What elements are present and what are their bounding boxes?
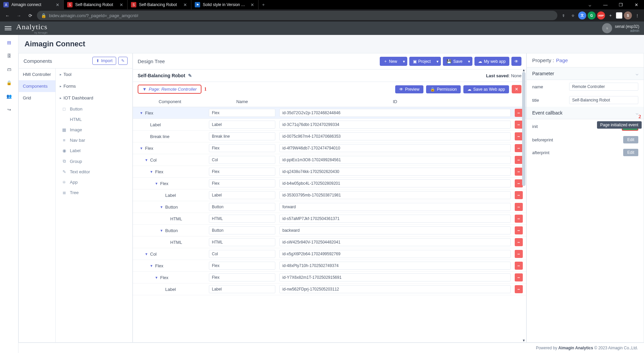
tree-name-input[interactable] — [209, 238, 275, 246]
close-window-button[interactable]: ✕ — [629, 0, 644, 9]
tree-row[interactable]: ▼ Flex − — [133, 260, 526, 272]
tree-id-input[interactable] — [279, 191, 511, 199]
tree-id-input[interactable] — [279, 121, 511, 129]
tree-id-input[interactable] — [279, 156, 511, 164]
import-button[interactable]: ⬆Import — [92, 57, 116, 65]
tree-name-input[interactable] — [209, 226, 275, 234]
translate-ext-icon[interactable]: 文 — [578, 11, 586, 19]
rail-users-icon[interactable]: 👥 — [6, 93, 12, 99]
user-avatar[interactable]: S — [602, 23, 612, 33]
tree-row[interactable]: ▼ Col − — [133, 248, 526, 260]
tree-name-input[interactable] — [209, 168, 275, 176]
component-item[interactable]: ≣Tree — [56, 187, 132, 198]
caret-down-icon[interactable]: ▼ — [140, 111, 144, 115]
tree-name-input[interactable] — [209, 109, 275, 117]
tree-row[interactable]: ▼ Flex − — [133, 107, 526, 119]
tree-name-input[interactable] — [209, 132, 275, 140]
component-item[interactable]: ◉Label — [56, 145, 132, 156]
tree-id-input[interactable] — [279, 109, 511, 117]
chevron-down-icon[interactable]: ⌵ — [582, 0, 598, 9]
component-item[interactable]: HTML — [56, 114, 132, 125]
design-scrollbar[interactable]: ▲ ▼ — [521, 68, 526, 342]
forward-button[interactable]: → — [14, 11, 24, 20]
tree-row[interactable]: HTML − — [133, 213, 526, 225]
tree-name-input[interactable] — [209, 121, 275, 129]
rail-server-icon[interactable]: 🗃 — [6, 66, 12, 73]
tree-id-input[interactable] — [279, 132, 511, 140]
close-tab-icon[interactable]: ✕ — [182, 2, 188, 7]
tree-id-input[interactable] — [279, 238, 511, 246]
tree-row[interactable]: Label − — [133, 283, 526, 295]
tree-id-input[interactable] — [279, 262, 511, 270]
tree-id-input[interactable] — [279, 144, 511, 152]
share-icon[interactable]: ⇧ — [559, 11, 567, 19]
browser-tab[interactable]: SSelf-Balancing Robot✕ — [128, 0, 191, 9]
tree-id-input[interactable] — [279, 226, 511, 234]
close-tab-icon[interactable]: ✕ — [55, 2, 60, 7]
tree-name-input[interactable] — [209, 262, 275, 270]
tree-row[interactable]: ▼ Flex − — [133, 166, 526, 178]
title-input[interactable] — [569, 96, 638, 104]
browser-menu-icon[interactable]: ⋮ — [633, 11, 641, 19]
edit-event-button[interactable]: Edit — [623, 136, 638, 143]
rail-database-icon[interactable]: 🗄 — [6, 52, 12, 59]
tree-row[interactable]: ▼ Col − — [133, 154, 526, 166]
tree-row[interactable]: ▼ Flex − — [133, 142, 526, 154]
save-as-web-button[interactable]: ☁Save as Web app — [463, 85, 509, 93]
project-button[interactable]: ▣Project — [409, 57, 434, 66]
grammarly-ext-icon[interactable]: G — [588, 11, 596, 19]
save-button-caret[interactable]: ▾ — [466, 57, 472, 66]
caret-down-icon[interactable]: ▼ — [150, 170, 154, 174]
browser-tab[interactable]: ⚑Solid style in Version 5 | Font Aw✕ — [191, 0, 259, 9]
caret-down-icon[interactable]: ▼ — [160, 229, 164, 232]
component-tab[interactable]: HMI Controller — [19, 69, 55, 80]
permission-button[interactable]: 🔒Permission — [426, 85, 461, 93]
caret-down-icon[interactable]: ▼ — [155, 182, 159, 185]
tree-id-input[interactable] — [279, 273, 511, 281]
tree-name-input[interactable] — [209, 144, 275, 152]
back-button[interactable]: ← — [3, 11, 12, 20]
tree-row[interactable]: HTML − — [133, 236, 526, 248]
tree-name-input[interactable] — [209, 203, 275, 211]
reload-button[interactable]: ⟳ — [26, 11, 35, 20]
tree-row[interactable]: Label − — [133, 189, 526, 201]
caret-down-icon[interactable]: ▼ — [160, 205, 164, 209]
delete-page-button[interactable]: ✕ — [512, 85, 521, 93]
tree-name-input[interactable] — [209, 250, 275, 258]
maximize-button[interactable]: ❐ — [613, 0, 629, 9]
new-tab-button[interactable]: ＋ — [259, 0, 268, 9]
project-button-caret[interactable]: ▾ — [434, 57, 441, 66]
close-tab-icon[interactable]: ✕ — [119, 2, 124, 7]
caret-down-icon[interactable]: ▼ — [140, 146, 144, 150]
component-tab[interactable]: Grid — [19, 92, 55, 104]
tree-name-input[interactable] — [209, 273, 275, 281]
tree-name-input[interactable] — [209, 215, 275, 223]
browser-tab[interactable]: AAimagin connect✕ — [0, 0, 64, 9]
caret-down-icon[interactable]: ▼ — [145, 158, 149, 162]
edit-components-button[interactable]: ✎ — [118, 57, 128, 65]
component-category[interactable]: ▸IOT Dashboard — [56, 92, 132, 104]
save-button[interactable]: 💾Save — [443, 57, 466, 66]
tree-row[interactable]: Label − — [133, 119, 526, 131]
preview-button[interactable]: 👁Preview — [395, 85, 423, 93]
edit-project-icon[interactable]: ✎ — [188, 73, 192, 78]
my-web-app-button[interactable]: ☁My web app — [474, 57, 509, 66]
caret-down-icon[interactable]: ▼ — [145, 252, 149, 256]
tree-id-input[interactable] — [279, 203, 511, 211]
profile-avatar-icon[interactable]: S — [624, 11, 632, 19]
new-button-caret[interactable]: ▾ — [401, 57, 407, 66]
tree-name-input[interactable] — [209, 285, 275, 293]
caret-down-icon[interactable]: ▼ — [155, 276, 159, 279]
component-item[interactable]: ▦Image — [56, 125, 132, 135]
component-item[interactable]: ≡Nav bar — [56, 135, 132, 145]
tree-name-input[interactable] — [209, 179, 275, 187]
rail-logout-icon[interactable]: ↪ — [6, 106, 12, 113]
view-button[interactable]: 👁 — [511, 57, 521, 66]
component-tab[interactable]: Components — [19, 80, 55, 92]
rail-lock-icon[interactable]: 🔒 — [6, 79, 12, 86]
browser-tab[interactable]: SSelf-Balancing Robot✕ — [64, 0, 128, 9]
hamburger-icon[interactable] — [5, 26, 11, 30]
component-item[interactable]: ✎Text editor — [56, 167, 132, 177]
minimize-button[interactable]: ― — [598, 0, 613, 9]
tree-row[interactable]: ▼ Flex − — [133, 272, 526, 283]
